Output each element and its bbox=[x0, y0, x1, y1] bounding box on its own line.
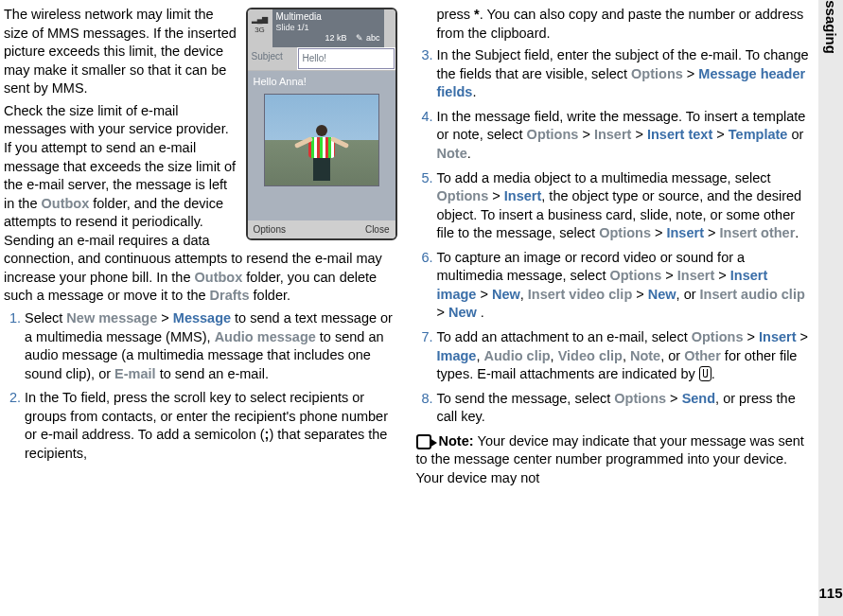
insert-label: Insert bbox=[759, 329, 797, 344]
page: ▂▄▆3G Multimedia Slide 1/1 12 kB ✎ abc bbox=[0, 0, 843, 616]
options-label: Options bbox=[599, 225, 651, 240]
phone-body: Hello Anna! bbox=[248, 71, 395, 220]
options-label: Options bbox=[614, 391, 666, 406]
step-4: In the message field, write the message.… bbox=[437, 108, 812, 164]
insert-video-clip-label: Insert video clip bbox=[528, 287, 632, 302]
phone-screenshot: ▂▄▆3G Multimedia Slide 1/1 12 kB ✎ abc bbox=[246, 8, 397, 240]
note-heading: Note: bbox=[439, 433, 478, 449]
note-icon bbox=[416, 432, 437, 449]
page-number: 115 bbox=[818, 584, 843, 603]
step-2-cont: press *. You can also copy and paste the… bbox=[437, 6, 812, 43]
email-label: E-mail bbox=[114, 366, 156, 381]
send-label: Send bbox=[682, 391, 715, 406]
softkey-bar: Options Close bbox=[248, 220, 395, 239]
network-label: 3G bbox=[255, 26, 265, 34]
options-label: Options bbox=[437, 188, 489, 203]
subject-value: Hello! bbox=[298, 48, 395, 69]
steps-list-left: Select New message > Message to send a t… bbox=[4, 309, 399, 464]
step-1: Select New message > Message to send a t… bbox=[25, 309, 399, 383]
insert-audio-clip-label: Insert audio clip bbox=[700, 287, 805, 302]
audio-message-label: Audio message bbox=[215, 329, 316, 344]
mm-size: 12 kB bbox=[325, 33, 346, 43]
phone-frame: ▂▄▆3G Multimedia Slide 1/1 12 kB ✎ abc bbox=[246, 8, 397, 240]
note-label: Note bbox=[437, 146, 467, 161]
side-tab: Messaging 115 bbox=[818, 0, 843, 616]
drafts-label: Drafts bbox=[210, 288, 250, 303]
new-label: New bbox=[492, 287, 520, 302]
inserted-image bbox=[264, 94, 379, 186]
note-paragraph: Note: Your device may indicate that your… bbox=[416, 432, 812, 488]
left-column: ▂▄▆3G Multimedia Slide 1/1 12 kB ✎ abc bbox=[4, 6, 399, 610]
person-figure bbox=[306, 125, 338, 182]
attachment-icon bbox=[699, 366, 711, 381]
content-columns: ▂▄▆3G Multimedia Slide 1/1 12 kB ✎ abc bbox=[0, 0, 818, 616]
step-7: To add an attachment to an e-mail, selec… bbox=[437, 328, 812, 384]
phone-statusbar: ▂▄▆3G Multimedia Slide 1/1 12 kB ✎ abc bbox=[248, 9, 395, 47]
template-label: Template bbox=[729, 127, 788, 142]
other-label: Other bbox=[684, 348, 721, 363]
outbox-label: Outbox bbox=[42, 196, 90, 211]
step-2-start: In the To field, press the scroll key to… bbox=[25, 389, 399, 463]
insert-label: Insert bbox=[666, 225, 704, 240]
step-3: In the Subject field, enter the subject … bbox=[437, 46, 812, 102]
step-5: To add a media object to a multimedia me… bbox=[437, 169, 812, 243]
step-6: To capture an image or record video or s… bbox=[437, 249, 812, 323]
body-text: Hello Anna! bbox=[254, 76, 307, 87]
video-clip-label: Video clip bbox=[558, 348, 623, 363]
mm-header: Multimedia Slide 1/1 12 kB ✎ abc bbox=[272, 9, 384, 47]
mm-slide: Slide 1/1 bbox=[276, 23, 380, 33]
insert-text-label: Insert text bbox=[647, 127, 712, 142]
audio-clip-label: Audio clip bbox=[483, 348, 550, 363]
steps-list-right: In the Subject field, enter the subject … bbox=[416, 46, 812, 427]
options-label: Options bbox=[692, 329, 744, 344]
insert-label: Insert bbox=[594, 127, 632, 142]
network-indicator: ▂▄▆3G bbox=[248, 9, 272, 47]
section-label: Messaging bbox=[821, 0, 840, 54]
battery-indicator bbox=[384, 9, 395, 47]
input-mode: ✎ abc bbox=[356, 33, 379, 43]
right-column: press *. You can also copy and paste the… bbox=[416, 6, 812, 610]
options-label: Options bbox=[609, 268, 661, 283]
subject-label: Subject bbox=[248, 47, 297, 70]
new-label: New bbox=[648, 287, 676, 302]
insert-label: Insert bbox=[677, 268, 715, 283]
outbox-label: Outbox bbox=[195, 270, 243, 285]
new-message-label: New message bbox=[66, 310, 157, 326]
new-label: New bbox=[448, 305, 477, 320]
insert-label: Insert bbox=[504, 188, 542, 203]
options-label: Options bbox=[527, 127, 579, 142]
note-label: Note bbox=[630, 348, 660, 363]
step-8: To send the message, select Options > Se… bbox=[437, 390, 812, 427]
mm-size-row: 12 kB ✎ abc bbox=[276, 33, 380, 44]
options-label: Options bbox=[631, 66, 683, 81]
insert-other-label: Insert other bbox=[720, 225, 796, 240]
mm-title: Multimedia bbox=[276, 11, 380, 23]
softkey-left: Options bbox=[254, 223, 286, 237]
subject-row: Subject Hello! bbox=[248, 47, 395, 71]
softkey-right: Close bbox=[365, 223, 390, 237]
image-label: Image bbox=[437, 348, 477, 363]
message-label: Message bbox=[173, 310, 231, 326]
